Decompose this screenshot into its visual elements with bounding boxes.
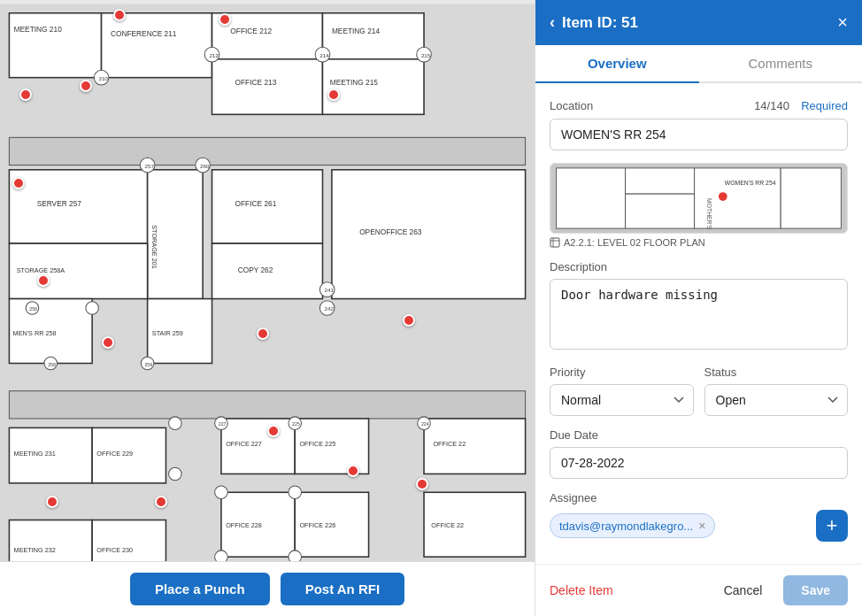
panel-footer: Delete Item Cancel Save	[535, 564, 862, 616]
location-label-row: Location 14/140 Required	[550, 97, 848, 113]
priority-field-group: Priority Low Normal High Critical	[550, 366, 694, 416]
svg-point-75	[169, 467, 182, 481]
punch-marker[interactable]	[80, 80, 92, 92]
tab-overview[interactable]: Overview	[535, 45, 699, 83]
map-thumbnail[interactable]: MOTHER'S WOMEN'S RR 254	[550, 163, 848, 234]
svg-text:215: 215	[421, 52, 431, 58]
status-label-row: Status	[704, 366, 849, 379]
panel-content: Location 14/140 Required MOTHER'S	[535, 83, 862, 564]
save-button[interactable]: Save	[783, 575, 848, 605]
tab-comments[interactable]: Comments	[699, 45, 863, 83]
svg-rect-7	[322, 13, 424, 59]
description-textarea[interactable]: Door hardware missing	[550, 279, 848, 350]
svg-text:257: 257	[144, 163, 154, 169]
map-thumb-svg: MOTHER'S WOMEN'S RR 254	[550, 164, 847, 233]
punch-marker[interactable]	[102, 336, 114, 349]
priority-status-row: Priority Low Normal High Critical Status…	[550, 366, 848, 416]
status-field-group: Status Open In Progress Closed	[704, 366, 849, 416]
delete-button[interactable]: Delete Item	[550, 583, 613, 597]
priority-label: Priority	[550, 366, 585, 379]
bottom-toolbar: Place a Punch Post An RFI	[0, 561, 535, 616]
svg-text:CONFERENCE 211: CONFERENCE 211	[111, 29, 177, 38]
svg-text:OFFICE 229: OFFICE 229	[96, 450, 133, 458]
svg-text:OFFICE 226: OFFICE 226	[299, 521, 335, 529]
svg-text:STAIR 259: STAIR 259	[152, 329, 183, 337]
svg-text:241: 241	[325, 287, 335, 293]
punch-marker[interactable]	[19, 89, 32, 101]
svg-text:MEETING 210: MEETING 210	[14, 25, 63, 34]
svg-text:258: 258	[48, 362, 56, 367]
floor-plan-background: MEETING 210 CONFERENCE 211 OFFICE 212 ME…	[0, 0, 535, 616]
status-select[interactable]: Open In Progress Closed	[704, 384, 849, 416]
svg-text:227: 227	[219, 421, 227, 427]
add-assignee-button[interactable]: +	[816, 510, 848, 542]
svg-point-74	[169, 417, 182, 430]
punch-marker[interactable]	[12, 177, 25, 189]
punch-marker[interactable]	[155, 496, 167, 508]
punch-marker[interactable]	[347, 465, 359, 477]
post-rfi-button[interactable]: Post An RFI	[281, 573, 404, 605]
item-detail-panel: ‹ Item ID: 51 × Overview Comments Locati…	[535, 0, 862, 616]
svg-text:OFFICE 22: OFFICE 22	[433, 440, 466, 448]
punch-marker[interactable]	[267, 425, 280, 437]
svg-text:259: 259	[144, 362, 152, 367]
punch-marker[interactable]	[113, 9, 126, 21]
punch-marker[interactable]	[46, 496, 58, 508]
back-button[interactable]: ‹	[550, 13, 555, 32]
svg-text:STORAGE 258A: STORAGE 258A	[17, 266, 65, 274]
svg-rect-1	[9, 13, 101, 78]
svg-text:242: 242	[325, 305, 335, 312]
floor-plan-area: MEETING 210 CONFERENCE 211 OFFICE 212 ME…	[0, 0, 535, 616]
floor-plan-svg: MEETING 210 CONFERENCE 211 OFFICE 212 ME…	[0, 0, 535, 616]
svg-text:STORAGE 201: STORAGE 201	[150, 225, 158, 269]
svg-text:SERVER 257: SERVER 257	[37, 199, 82, 208]
description-label-row: Description	[550, 260, 848, 273]
svg-text:OFFICE 22: OFFICE 22	[431, 521, 464, 529]
assignee-label-row: Assignee	[550, 491, 848, 504]
svg-text:OFFICE 228: OFFICE 228	[226, 521, 262, 529]
due-date-field-group: Due Date	[550, 428, 848, 479]
location-label: Location	[550, 99, 593, 112]
svg-text:MEETING 215: MEETING 215	[330, 78, 379, 87]
svg-point-83	[289, 486, 302, 499]
svg-text:OFFICE 212: OFFICE 212	[230, 27, 272, 35]
svg-rect-9	[212, 59, 323, 114]
punch-marker[interactable]	[327, 89, 340, 101]
svg-text:WOMEN'S RR 254: WOMEN'S RR 254	[725, 180, 776, 186]
svg-rect-89	[626, 194, 695, 228]
priority-select[interactable]: Low Normal High Critical	[550, 384, 694, 416]
due-date-input[interactable]	[550, 447, 848, 479]
location-required: Required	[801, 99, 848, 112]
svg-text:210: 210	[98, 75, 108, 81]
description-field-group: Description Door hardware missing	[550, 260, 848, 353]
panel-title-group: ‹ Item ID: 51	[550, 13, 638, 32]
svg-rect-95	[550, 238, 559, 247]
assignee-tag: tdavis@raymondlakegro... ×	[550, 513, 715, 538]
svg-point-94	[719, 192, 727, 201]
svg-rect-30	[9, 391, 525, 419]
svg-text:MEETING 214: MEETING 214	[332, 27, 381, 35]
map-caption-text: A2.2.1: LEVEL 02 FLOOR PLAN	[564, 237, 705, 248]
location-field-group: Location 14/140 Required	[550, 97, 848, 150]
due-date-label: Due Date	[550, 428, 598, 442]
close-button[interactable]: ×	[837, 12, 848, 33]
panel-title-text: Item ID: 51	[562, 14, 638, 32]
panel-tabs: Overview Comments	[535, 45, 862, 83]
svg-text:MEN'S RR 258: MEN'S RR 258	[13, 329, 57, 337]
punch-marker[interactable]	[416, 478, 428, 490]
assignee-remove-button[interactable]: ×	[698, 519, 705, 533]
punch-marker[interactable]	[37, 274, 50, 287]
punch-marker[interactable]	[219, 13, 231, 26]
description-label: Description	[550, 260, 607, 273]
due-date-label-row: Due Date	[550, 428, 848, 442]
svg-rect-13	[9, 137, 525, 165]
location-input[interactable]	[550, 119, 848, 150]
svg-text:224: 224	[421, 421, 429, 427]
panel-header: ‹ Item ID: 51 ×	[535, 0, 862, 45]
punch-marker[interactable]	[403, 314, 415, 327]
place-punch-button[interactable]: Place a Punch	[130, 573, 270, 605]
punch-marker[interactable]	[257, 327, 269, 340]
svg-text:OFFICE 225: OFFICE 225	[299, 440, 335, 448]
cancel-button[interactable]: Cancel	[712, 575, 775, 605]
map-caption: A2.2.1: LEVEL 02 FLOOR PLAN	[550, 237, 848, 248]
